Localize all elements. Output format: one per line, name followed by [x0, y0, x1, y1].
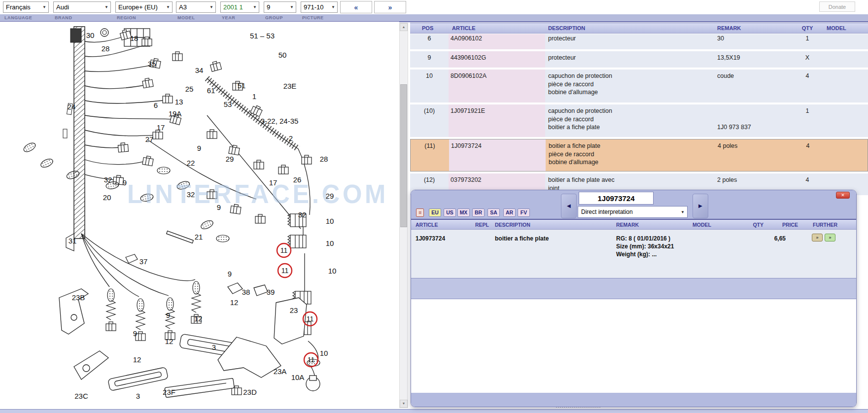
description-line: protecteur: [548, 54, 576, 62]
region-tab-sa[interactable]: SA: [487, 208, 500, 217]
group-column-label: GROUP: [265, 15, 283, 20]
region-value: Europe+ (EU): [118, 3, 158, 11]
description-line: boitier a fiche plate avec: [548, 176, 615, 184]
table-row[interactable]: 108D0906102Acapuchon de protectionpièce …: [410, 69, 868, 103]
table-scrollbar[interactable]: ▲ ▼: [399, 23, 408, 408]
remark-line: 1J0 973 837: [717, 123, 751, 132]
column-header-model: MODEL: [827, 25, 846, 31]
model-column-label: MODEL: [177, 15, 195, 20]
donate-button[interactable]: Donate: [819, 1, 855, 12]
column-header-qty: QTY: [795, 25, 820, 31]
popup-remark-line: Weight (kg): ...: [616, 250, 657, 258]
description-line: pièce de raccord: [549, 150, 600, 159]
scroll-down-icon[interactable]: ▼: [400, 400, 408, 408]
description-line: bobine d'allumage: [549, 158, 600, 167]
close-icon[interactable]: ✕: [836, 192, 850, 199]
remark-line: [717, 107, 751, 115]
popup-cell-price: 6,65: [736, 235, 786, 242]
region-tab-us[interactable]: US: [444, 208, 456, 217]
diagram-label: 19A: [169, 109, 182, 118]
diagram-label: 31: [69, 237, 77, 245]
diagram-label: 28: [320, 155, 328, 163]
description-line: capuchon de protection: [548, 107, 612, 115]
table-row[interactable]: 9443906102Gprotecteur13,5X19X: [410, 51, 868, 68]
interpretation-select[interactable]: Direct interpretation ▼: [578, 206, 688, 218]
popup-column-price: PRICE: [771, 222, 798, 228]
region-tab-ar[interactable]: AR: [503, 208, 516, 217]
table-row[interactable]: (10)1J0971921Ecapuchon de protectionpièc…: [410, 104, 868, 137]
description-line: boitier a fiche plate: [548, 123, 612, 132]
language-select[interactable]: Français▼: [3, 1, 49, 13]
cell-description: protecteur: [548, 34, 576, 43]
group-select[interactable]: 9▼: [264, 1, 296, 13]
callout-number[interactable]: 11: [281, 267, 289, 275]
scrollbar-thumb[interactable]: [400, 84, 407, 227]
further-link-icon[interactable]: »: [812, 234, 823, 241]
diagram-label: 28: [102, 44, 110, 53]
region-tab-eu[interactable]: EU: [429, 208, 441, 217]
remark-line: [717, 115, 751, 124]
region-tab-mx[interactable]: MX: [457, 208, 470, 217]
cell-article: 4A0906102: [451, 34, 482, 43]
callout-number[interactable]: 11: [307, 315, 314, 323]
diagram-label: 50: [278, 51, 287, 59]
diagram-label: 22: [187, 159, 195, 167]
diagram-label: 32: [104, 175, 112, 184]
year-select[interactable]: 2001 1▼: [220, 1, 259, 13]
diagram-label: 53: [224, 100, 232, 108]
diagram-label: 9: [217, 203, 221, 211]
part-number-input[interactable]: [579, 192, 654, 205]
diagram-label: 25: [185, 85, 194, 93]
scroll-up-icon[interactable]: ▲: [400, 23, 408, 31]
diagram-label: 9: [123, 178, 127, 187]
cell-qty: 4: [796, 142, 820, 150]
model-value: A3: [179, 3, 187, 11]
popup-column-further: FURTHER: [813, 222, 837, 228]
table-row[interactable]: (11)1J0973724boitier a fiche platepièce …: [410, 139, 868, 172]
diagram-label: 23C: [74, 392, 88, 400]
cell-remark: 1J0 973 837: [717, 107, 751, 132]
description-line: boitier a fiche plate: [549, 142, 600, 150]
diagram-label: 12: [133, 355, 141, 364]
interpretation-value: Direct interpretation: [581, 208, 633, 215]
picture-select[interactable]: 971-10▼: [301, 1, 338, 13]
chevron-down-icon: ▼: [681, 210, 685, 214]
prev-part-button[interactable]: ◄: [561, 194, 577, 218]
description-line: bobine d'allumage: [548, 88, 612, 97]
diagram-label: 23F: [163, 388, 175, 396]
popup-column-repl: REPL: [475, 222, 489, 228]
diagram-label: 51: [238, 81, 246, 90]
diagram-label: 3: [136, 392, 140, 400]
diagram-label: 32: [187, 190, 195, 199]
region-tab-br[interactable]: BR: [472, 208, 485, 217]
cell-pos: (10): [410, 107, 449, 115]
diagram-label: 34: [195, 66, 204, 74]
prev-picture-button[interactable]: «: [340, 1, 372, 13]
callout-number[interactable]: 11: [280, 246, 288, 254]
cell-pos: 9: [410, 54, 449, 62]
column-header-description: DESCRIPTION: [548, 25, 585, 31]
callout-number[interactable]: 11: [308, 356, 315, 364]
diagram-label: 18: [130, 34, 139, 42]
next-picture-button[interactable]: »: [374, 1, 406, 13]
next-part-button[interactable]: ►: [693, 194, 708, 218]
diagram-label: 37: [139, 257, 148, 266]
model-select[interactable]: A3▼: [176, 1, 216, 13]
region-tab-fv[interactable]: FV: [518, 208, 530, 217]
diagram-label: 10: [320, 349, 328, 357]
picture-value: 971-10: [304, 3, 323, 11]
menu-tab[interactable]: ≡: [416, 208, 424, 217]
table-row[interactable]: 64A0906102protecteur301: [410, 34, 868, 49]
diagram-label: 17: [157, 123, 165, 132]
diagram-label: 12: [230, 298, 239, 307]
diagram-label: 9: [228, 270, 232, 278]
brand-select[interactable]: Audi▼: [53, 1, 111, 13]
region-select[interactable]: Europe+ (EU)▼: [115, 1, 173, 13]
cell-qty: 1: [795, 34, 820, 43]
diagram-label: 29: [226, 155, 234, 163]
diagram-label: 23: [290, 306, 298, 314]
cell-qty: 1: [795, 107, 820, 115]
further-link-icon[interactable]: »: [825, 234, 835, 241]
remark-line: 13,5X19: [717, 54, 740, 62]
description-line: capuchon de protection: [548, 72, 612, 80]
